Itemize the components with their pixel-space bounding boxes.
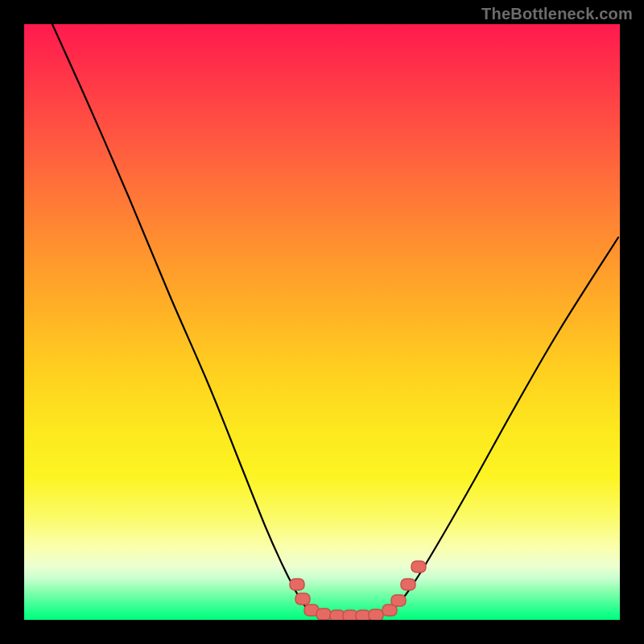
watermark-text: TheBottleneck.com <box>481 5 633 23</box>
marker-point <box>401 579 415 590</box>
chart-frame: TheBottleneck.com <box>0 0 644 644</box>
marker-point <box>295 593 310 605</box>
marker-group <box>290 561 426 620</box>
marker-point <box>391 595 406 606</box>
marker-point <box>316 609 331 620</box>
marker-point <box>369 609 383 620</box>
chart-svg <box>24 24 620 620</box>
plot-area <box>24 24 620 620</box>
marker-point <box>411 561 426 572</box>
bottleneck-curve <box>52 24 618 616</box>
marker-point <box>290 579 304 590</box>
